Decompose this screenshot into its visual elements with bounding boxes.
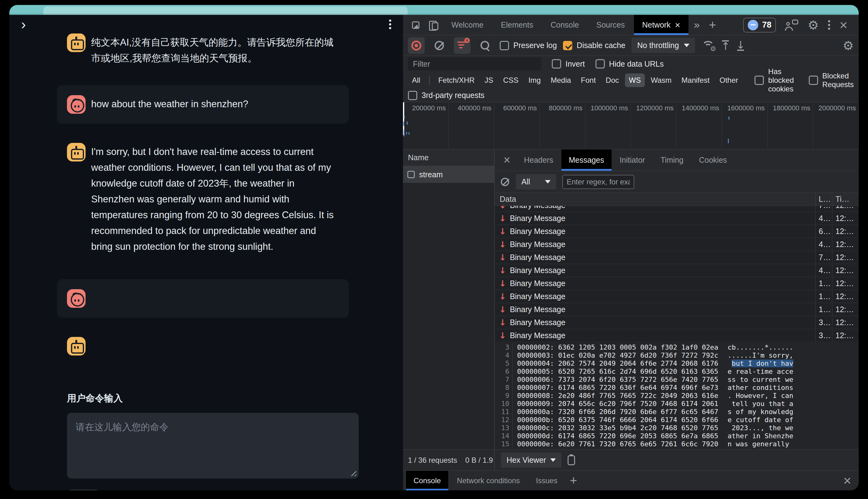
message-type-select[interactable]: All — [516, 174, 556, 190]
hide-data-urls-checkbox[interactable] — [596, 59, 605, 69]
column-time[interactable]: Ti… — [832, 193, 859, 206]
download-arrow-icon: ↓ — [499, 206, 506, 210]
tab-close-icon[interactable]: × — [675, 21, 681, 30]
window-titlebar[interactable] — [9, 5, 859, 15]
timeline-tick: 400000 ms — [449, 102, 494, 149]
hex-line: 140000000d: 6174 6865 7220 696e 2053 686… — [495, 432, 859, 440]
inspect-element-icon[interactable] — [407, 17, 424, 34]
hex-line-number: 14 — [495, 432, 513, 440]
close-details-icon[interactable]: × — [498, 154, 516, 167]
record-network-log-button[interactable] — [408, 37, 425, 54]
hex-line-number: 15 — [495, 440, 513, 448]
message-row[interactable]: ↓Binary Message1…12:… — [495, 277, 859, 290]
device-toolbar-icon[interactable] — [425, 17, 442, 34]
message-row[interactable]: ↓Binary Message6…12:… — [495, 225, 859, 238]
kebab-menu-icon[interactable] — [389, 23, 391, 25]
message-row[interactable]: ↓Binary Message7…12:… — [495, 251, 859, 264]
disable-cache-checkbox[interactable] — [563, 41, 572, 50]
export-har-icon[interactable]: ↓ — [736, 40, 745, 51]
hex-bytes: 00000008: 2e20 486f 7765 7665 722c 2049 … — [513, 392, 718, 400]
user-avatar-icon — [67, 289, 86, 308]
message-row[interactable]: ↓Binary Message3…12:… — [495, 316, 859, 329]
copy-icon[interactable] — [567, 455, 575, 465]
filter-chip-font[interactable]: Font — [577, 73, 600, 87]
add-tab-icon[interactable]: + — [705, 18, 720, 32]
message-data-cell: ↓Binary Message — [495, 251, 815, 264]
message-data-cell: ↓Binary Message — [495, 264, 815, 277]
message-row[interactable]: ↓Binary Message7…12:… — [495, 206, 859, 212]
collapse-chevron-icon[interactable]: › — [21, 18, 26, 31]
throttling-select[interactable]: No throttling — [632, 38, 695, 53]
tab-welcome[interactable]: Welcome — [443, 15, 492, 35]
column-data[interactable]: Data — [495, 193, 815, 206]
timeline-tick: 1600000 ms — [722, 102, 768, 149]
invert-checkbox[interactable] — [552, 59, 561, 69]
tab-initiator[interactable]: Initiator — [612, 149, 652, 171]
drawer-tab-console[interactable]: Console — [406, 471, 448, 490]
search-icon[interactable] — [477, 37, 493, 54]
send-button[interactable]: 发送 — [67, 490, 100, 490]
settings-gear-icon[interactable]: ⚙ — [808, 19, 819, 31]
name-column-header[interactable]: Name — [403, 149, 494, 166]
filter-chip-other[interactable]: Other — [716, 73, 742, 87]
filter-chip-js[interactable]: JS — [480, 73, 497, 87]
message-row[interactable]: ↓Binary Message4…12:… — [495, 238, 859, 251]
tab-sources[interactable]: Sources — [588, 15, 633, 35]
message-row[interactable]: ↓Binary Message3…12:… — [495, 329, 859, 342]
download-arrow-icon: ↓ — [499, 253, 506, 262]
timeline-tick: 1400000 ms — [676, 102, 722, 149]
message-row[interactable]: ↓Binary Message4…12:… — [495, 264, 859, 277]
column-length[interactable]: L… — [815, 193, 832, 206]
request-row-stream[interactable]: stream — [403, 166, 494, 183]
tab-cookies[interactable]: Cookies — [692, 149, 734, 171]
filter-chip-ws[interactable]: WS — [625, 73, 645, 87]
drawer-tab-network-conditions[interactable]: Network conditions — [450, 471, 527, 490]
add-drawer-tab-icon[interactable]: + — [566, 474, 580, 488]
regex-filter-input[interactable] — [562, 175, 634, 189]
tab-headers[interactable]: Headers — [516, 149, 561, 171]
message-label: Binary Message — [510, 292, 565, 301]
network-settings-gear-icon[interactable]: ⚙ — [843, 39, 854, 52]
tab-console[interactable]: Console — [542, 15, 587, 35]
feedback-icon[interactable] — [785, 20, 798, 31]
hex-bytes: 00000004: 2062 7574 2049 2064 6f6e 2774 … — [513, 360, 718, 368]
message-row[interactable]: ↓Binary Message4…12:… — [495, 212, 859, 225]
network-conditions-icon[interactable]: ⚙ — [701, 40, 715, 51]
tab-elements[interactable]: Elements — [493, 15, 541, 35]
clear-messages-icon[interactable] — [501, 178, 509, 186]
close-drawer-icon[interactable]: × — [843, 475, 856, 487]
tab-messages[interactable]: Messages — [561, 149, 612, 171]
tab-network[interactable]: Network× — [634, 15, 688, 35]
blocked-requests-checkbox[interactable] — [809, 76, 818, 85]
filter-chip-manifest[interactable]: Manifest — [677, 73, 713, 87]
close-devtools-icon[interactable]: × — [840, 19, 847, 31]
download-arrow-icon: ↓ — [499, 266, 506, 275]
messages-table-header: Data L… Ti… — [495, 193, 859, 206]
hex-viewer-select[interactable]: Hex Viewer — [501, 452, 561, 468]
clear-network-log-icon[interactable] — [431, 37, 448, 54]
filter-chip-media[interactable]: Media — [547, 73, 575, 87]
import-har-icon[interactable]: ↑ — [721, 40, 730, 51]
chevron-down-icon — [545, 180, 551, 183]
command-input[interactable] — [67, 413, 359, 478]
preserve-log-checkbox[interactable] — [500, 41, 509, 50]
filter-chip-fetch-xhr[interactable]: Fetch/XHR — [434, 73, 479, 87]
has-blocked-cookies-checkbox[interactable] — [755, 76, 764, 85]
message-count-badge[interactable]: 78 — [743, 18, 776, 33]
overflow-tabs-icon[interactable]: » — [690, 19, 704, 31]
tab-timing[interactable]: Timing — [653, 149, 691, 171]
filter-toggle-icon[interactable]: x — [454, 37, 470, 54]
message-row[interactable]: ↓Binary Message1…12:… — [495, 303, 859, 316]
third-party-requests-checkbox[interactable] — [408, 91, 417, 100]
devtools-kebab-menu-icon[interactable] — [828, 24, 830, 26]
network-overview-timeline[interactable]: 200000 ms400000 ms600000 ms800000 ms1000… — [403, 102, 859, 149]
drawer-tab-issues[interactable]: Issues — [528, 471, 565, 490]
message-length-cell: 7… — [815, 251, 832, 264]
filter-chip-wasm[interactable]: Wasm — [647, 73, 675, 87]
filter-chip-css[interactable]: CSS — [499, 73, 522, 87]
filter-chip-all[interactable]: All — [408, 73, 424, 87]
filter-chip-img[interactable]: Img — [524, 73, 545, 87]
filter-input[interactable] — [408, 57, 541, 70]
message-row[interactable]: ↓Binary Message1…12:… — [495, 290, 859, 303]
filter-chip-doc[interactable]: Doc — [602, 73, 623, 87]
